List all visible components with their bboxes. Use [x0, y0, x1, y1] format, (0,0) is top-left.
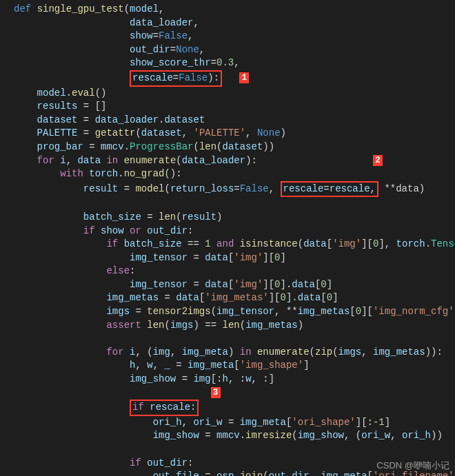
- keyword-def: def: [14, 3, 31, 14]
- function-name: single_gpu_test: [37, 3, 124, 14]
- watermark: CSDN @咿喃小记: [376, 459, 449, 472]
- annotation-3: 3: [211, 387, 221, 398]
- annotation-1: 1: [239, 72, 249, 83]
- highlight-box-1: rescale=False):: [130, 70, 222, 87]
- annotation-2: 2: [373, 155, 383, 166]
- code-editor[interactable]: def single_gpu_test(model, data_loader, …: [0, 0, 455, 476]
- highlight-box-2: rescale=rescale,: [281, 181, 378, 198]
- highlight-box-3: if rescale:: [130, 400, 199, 416]
